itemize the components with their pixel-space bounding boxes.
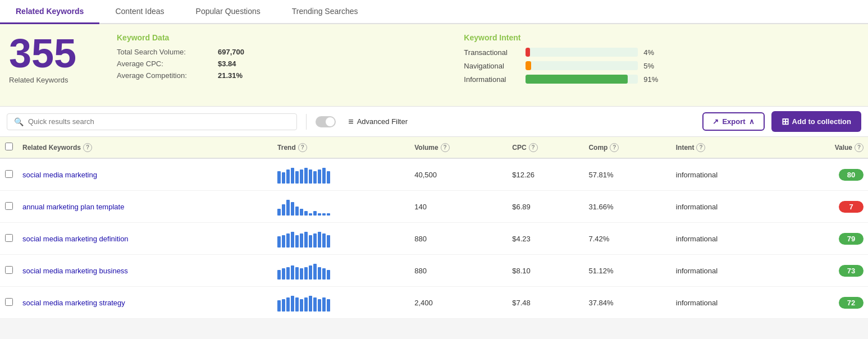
intent-pct-1: 5% bbox=[643, 62, 664, 70]
results-table: Related Keywords ? Trend ? Volume ? bbox=[0, 137, 868, 319]
tab-bar: Related Keywords Content Ideas Popular Q… bbox=[0, 0, 868, 24]
row-keyword-3[interactable]: social media marketing business bbox=[18, 255, 273, 287]
trend-bar-3-6 bbox=[304, 267, 308, 280]
export-button[interactable]: ↗ Export ∧ bbox=[702, 112, 764, 131]
keyword-name-0[interactable]: social media marketing bbox=[22, 171, 97, 179]
keyword-name-4[interactable]: social media marketing strategy bbox=[22, 299, 125, 307]
tab-content-ideas[interactable]: Content Ideas bbox=[99, 0, 180, 24]
row-checkbox-4[interactable] bbox=[5, 298, 13, 306]
row-keyword-1[interactable]: annual marketing plan template bbox=[18, 191, 273, 223]
row-keyword-2[interactable]: social media marketing definition bbox=[18, 223, 273, 255]
header-comp-info-icon[interactable]: ? bbox=[610, 143, 619, 152]
row-checkbox-cell-3 bbox=[0, 255, 18, 287]
header-volume-label: Volume bbox=[414, 144, 438, 152]
header-trend-info-icon[interactable]: ? bbox=[298, 143, 307, 152]
row-keyword-0[interactable]: social media marketing bbox=[18, 158, 273, 191]
tab-popular-questions[interactable]: Popular Questions bbox=[180, 0, 276, 24]
row-keyword-4[interactable]: social media marketing strategy bbox=[18, 287, 273, 319]
intent-pct-2: 91% bbox=[643, 75, 664, 84]
value-badge-0: 80 bbox=[839, 169, 864, 181]
keyword-name-1[interactable]: annual marketing plan template bbox=[22, 203, 124, 211]
header-intent: Intent ? bbox=[671, 137, 784, 158]
trend-bar-4-3 bbox=[291, 296, 294, 311]
row-checkbox-2[interactable] bbox=[5, 234, 13, 242]
avg-competition-row: Average Competition: 21.31% bbox=[117, 71, 446, 80]
tab-related-keywords[interactable]: Related Keywords bbox=[0, 0, 99, 24]
row-comp-2: 7.42% bbox=[584, 223, 671, 255]
trend-bar-1-10 bbox=[322, 213, 326, 216]
trend-bar-0-4 bbox=[295, 171, 299, 184]
row-comp-1: 31.66% bbox=[584, 191, 671, 223]
trend-bar-1-4 bbox=[295, 207, 299, 216]
avg-cpc-row: Average CPC: $3.84 bbox=[117, 59, 446, 68]
row-checkbox-3[interactable] bbox=[5, 266, 13, 274]
toggle-switch[interactable] bbox=[316, 116, 336, 127]
trend-bar-0-1 bbox=[282, 172, 285, 184]
export-label: Export bbox=[722, 117, 745, 126]
header-comp: Comp ? bbox=[584, 137, 671, 158]
trend-bar-3-0 bbox=[277, 270, 281, 280]
row-trend-1 bbox=[273, 191, 410, 223]
table-row: social media marketing business880$8.105… bbox=[0, 255, 868, 287]
trend-bar-2-4 bbox=[295, 235, 299, 248]
search-box[interactable]: 🔍 bbox=[7, 113, 297, 130]
trend-bar-2-11 bbox=[327, 235, 330, 248]
trend-bar-2-1 bbox=[282, 235, 285, 248]
trend-bar-0-2 bbox=[286, 170, 290, 184]
row-comp-4: 37.84% bbox=[584, 287, 671, 319]
add-to-collection-button[interactable]: ⊞ Add to collection bbox=[771, 111, 861, 132]
header-cpc-info-icon[interactable]: ? bbox=[529, 143, 538, 152]
avg-cpc-value: $3.84 bbox=[218, 59, 236, 68]
avg-competition-label: Average Competition: bbox=[117, 71, 218, 80]
keyword-data-title: Keyword Data bbox=[117, 33, 446, 42]
row-checkbox-0[interactable] bbox=[5, 170, 13, 178]
header-volume-info-icon[interactable]: ? bbox=[441, 143, 450, 152]
trend-bar-1-0 bbox=[277, 209, 281, 216]
row-cpc-4: $7.48 bbox=[508, 287, 584, 319]
select-all-checkbox[interactable] bbox=[5, 143, 13, 150]
keywords-count-block: 355 Related Keywords bbox=[9, 33, 99, 88]
total-search-volume-label: Total Search Volume: bbox=[117, 48, 218, 56]
search-input[interactable] bbox=[28, 117, 290, 126]
row-checkbox-1[interactable] bbox=[5, 202, 13, 210]
header-value-info-icon[interactable]: ? bbox=[855, 143, 864, 152]
trend-bars-1 bbox=[277, 198, 405, 216]
header-trend-label: Trend bbox=[277, 144, 296, 152]
advanced-filter-button[interactable]: ≡ Advanced Filter bbox=[342, 113, 413, 130]
trend-bars-3 bbox=[277, 262, 405, 280]
trend-bar-1-1 bbox=[282, 204, 285, 216]
header-intent-info-icon[interactable]: ? bbox=[696, 143, 705, 152]
header-keyword: Related Keywords ? bbox=[18, 137, 273, 158]
header-cpc: CPC ? bbox=[508, 137, 584, 158]
toggle-wrap[interactable] bbox=[316, 116, 336, 127]
row-checkbox-cell-4 bbox=[0, 287, 18, 319]
row-value-2: 79 bbox=[784, 223, 868, 255]
row-volume-2: 880 bbox=[410, 223, 508, 255]
trend-bar-3-4 bbox=[295, 267, 299, 280]
header-keyword-label: Related Keywords bbox=[22, 144, 81, 152]
header-keyword-info-icon[interactable]: ? bbox=[83, 143, 92, 152]
trend-bar-1-2 bbox=[286, 200, 290, 216]
value-badge-2: 79 bbox=[839, 233, 864, 245]
trend-bar-0-5 bbox=[300, 170, 303, 184]
trend-bars-2 bbox=[277, 230, 405, 248]
header-value-label: Value bbox=[835, 144, 852, 152]
header-comp-label: Comp bbox=[588, 144, 607, 152]
intent-row-0: Transactional4% bbox=[464, 48, 859, 57]
tab-trending-searches[interactable]: Trending Searches bbox=[276, 0, 374, 24]
trend-bar-1-9 bbox=[318, 213, 321, 216]
trend-bar-3-8 bbox=[313, 264, 317, 280]
row-intent-2: informational bbox=[671, 223, 784, 255]
toolbar: 🔍 ≡ Advanced Filter ↗ Export ∧ ⊞ Add to … bbox=[0, 106, 868, 137]
header-checkbox-cell[interactable] bbox=[0, 137, 18, 158]
keyword-name-3[interactable]: social media marketing business bbox=[22, 267, 128, 275]
trend-bar-0-11 bbox=[327, 171, 330, 184]
keyword-name-2[interactable]: social media marketing definition bbox=[22, 235, 129, 243]
row-intent-4: informational bbox=[671, 287, 784, 319]
value-badge-4: 72 bbox=[839, 297, 864, 309]
intent-label-1: Navigational bbox=[464, 62, 520, 70]
intent-label-2: Informational bbox=[464, 75, 520, 84]
trend-bar-4-11 bbox=[327, 299, 330, 311]
trend-bar-0-3 bbox=[291, 168, 294, 184]
header-value: Value ? bbox=[784, 137, 868, 158]
